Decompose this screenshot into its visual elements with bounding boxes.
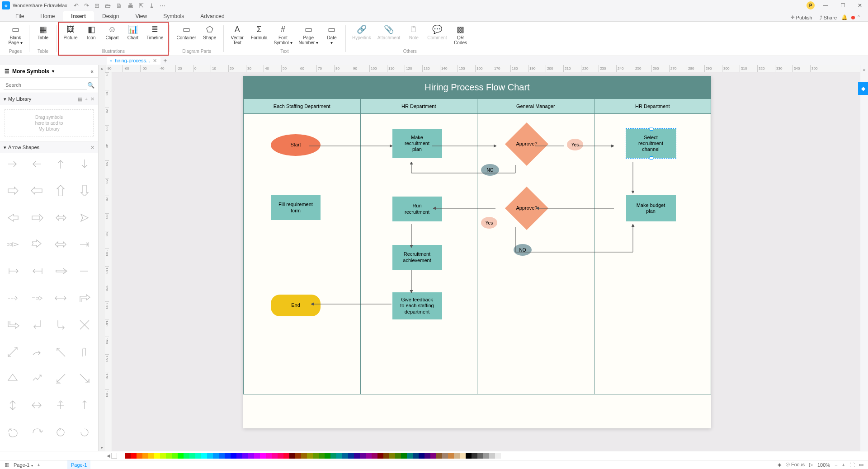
color-swatch[interactable] [442, 453, 448, 459]
arrow-shape-23[interactable] [73, 289, 96, 307]
arrow-shape-8[interactable] [2, 209, 25, 227]
menu-advanced[interactable]: Advanced [192, 11, 232, 21]
color-swatch[interactable] [172, 453, 178, 459]
arrow-shapes-header[interactable]: ▾ Arrow Shapes ✕ [0, 141, 98, 153]
search-input[interactable] [4, 80, 87, 90]
add-tab-button[interactable]: + [163, 57, 167, 64]
collapse-ribbon-icon[interactable]: ⌃ [857, 14, 861, 20]
ribbon-qr-button[interactable]: ▩QRCodes [451, 23, 471, 47]
node-end[interactable]: End [271, 295, 321, 316]
color-swatch[interactable] [301, 453, 307, 459]
ribbon-blank-button[interactable]: ▭BlankPage ▾ [5, 23, 25, 47]
close-tab-icon[interactable]: ✕ [153, 58, 157, 64]
color-swatch[interactable] [184, 453, 189, 459]
arrow-shape-7[interactable] [73, 182, 96, 200]
right-panel-collapsed[interactable]: » [860, 65, 868, 451]
undo-icon[interactable]: ↶ [74, 2, 79, 9]
arrow-shape-42[interactable] [50, 423, 73, 441]
arrow-shape-3[interactable] [73, 155, 96, 173]
arrow-shape-28[interactable] [2, 343, 25, 361]
pill-yes-1[interactable]: Yes [567, 139, 583, 150]
import-icon[interactable]: ⤓ [149, 2, 154, 9]
menu-home[interactable]: Home [32, 11, 63, 21]
color-swatch[interactable] [195, 453, 201, 459]
ribbon-page-button[interactable]: ▭PageNumber ▾ [296, 23, 321, 47]
arrow-shape-38[interactable] [50, 396, 73, 414]
color-swatch[interactable] [231, 453, 236, 459]
minimize-button[interactable]: — [819, 2, 832, 9]
arrow-shape-1[interactable] [26, 155, 49, 173]
color-swatch[interactable] [330, 453, 336, 459]
grid-view-icon[interactable]: ▦ [78, 96, 82, 102]
color-swatch[interactable] [154, 453, 160, 459]
arrow-shape-20[interactable] [2, 289, 25, 307]
menu-insert[interactable]: Insert [63, 11, 94, 21]
color-swatch[interactable] [201, 453, 207, 459]
node-select[interactable]: Select recruitment channel [626, 129, 676, 158]
ribbon-date-button[interactable]: ▭Date▾ [322, 23, 342, 47]
ribbon-picture-button[interactable]: 🖼Picture [61, 23, 80, 42]
color-swatch[interactable] [189, 453, 195, 459]
page[interactable]: Hiring Process Flow Chart Each Staffing … [243, 76, 711, 428]
ribbon-timeline-button[interactable]: ≣Timeline [144, 23, 166, 42]
menu-design[interactable]: Design [94, 11, 127, 21]
arrow-shape-37[interactable] [26, 396, 49, 414]
node-achievement[interactable]: Recruitment achievement [392, 245, 442, 270]
arrow-shape-41[interactable] [26, 423, 49, 441]
menu-view[interactable]: View [127, 11, 155, 21]
node-feedback[interactable]: Give feedback to each staffing departmen… [392, 292, 442, 319]
document-tab[interactable]: ▫ hiring-process... ✕ [107, 57, 160, 65]
menu-file[interactable]: File [7, 11, 32, 21]
arrow-shape-13[interactable] [26, 235, 49, 253]
color-swatch[interactable] [131, 453, 137, 459]
color-swatch[interactable] [307, 453, 313, 459]
color-swatch[interactable] [460, 453, 466, 459]
color-swatch[interactable] [325, 453, 330, 459]
color-swatch[interactable] [448, 453, 454, 459]
arrow-shape-16[interactable] [2, 262, 25, 280]
page-tab[interactable]: Page-1 [67, 460, 90, 469]
arrow-shape-19[interactable] [73, 262, 96, 280]
lane-header-2[interactable]: General Manager [477, 99, 594, 114]
arrow-shape-26[interactable] [50, 316, 73, 334]
color-swatch[interactable] [289, 453, 295, 459]
color-swatch[interactable] [383, 453, 389, 459]
right-float-button[interactable]: ◆ [858, 82, 868, 95]
user-avatar[interactable]: P [807, 1, 815, 9]
collapse-sidebar-icon[interactable]: « [90, 68, 94, 75]
arrow-shape-36[interactable] [2, 396, 25, 414]
ribbon-vector-button[interactable]: AVectorText [227, 23, 247, 47]
color-swatch[interactable] [389, 453, 395, 459]
color-swatch[interactable] [254, 453, 260, 459]
page-selector[interactable]: Page-1 ▾ [14, 462, 33, 468]
node-start[interactable]: Start [271, 134, 321, 156]
arrow-shape-22[interactable] [50, 289, 73, 307]
arrow-shape-10[interactable] [50, 209, 73, 227]
close-section-icon[interactable]: ✕ [90, 145, 94, 150]
color-swatch[interactable] [137, 453, 142, 459]
more-icon[interactable]: ⋯ [160, 2, 165, 9]
node-approve-1[interactable]: Approve? [505, 122, 548, 166]
arrow-shape-29[interactable] [26, 343, 49, 361]
color-swatch[interactable] [395, 453, 401, 459]
pill-no-2[interactable]: NO [514, 244, 532, 256]
color-swatch[interactable] [178, 453, 184, 459]
arrow-shape-21[interactable] [26, 289, 49, 307]
publish-button[interactable]: ✈Publish [788, 14, 815, 21]
arrow-shape-33[interactable] [26, 370, 49, 388]
color-swatch[interactable] [213, 453, 219, 459]
node-make-plan[interactable]: Make recruitment plan [392, 129, 442, 158]
vertical-scroll-stub[interactable]: ▴▾ [99, 65, 105, 451]
color-swatch[interactable] [436, 453, 442, 459]
arrow-shape-14[interactable] [50, 235, 73, 253]
arrow-shape-17[interactable] [26, 262, 49, 280]
zoom-out-button[interactable]: − [835, 462, 837, 468]
print-icon[interactable]: 🖶 [127, 2, 133, 9]
arrow-shape-31[interactable] [73, 343, 96, 361]
arrow-shape-39[interactable] [73, 396, 96, 414]
maximize-button[interactable]: ☐ [836, 2, 849, 9]
arrow-shape-34[interactable] [50, 370, 73, 388]
color-swatch[interactable] [430, 453, 436, 459]
arrow-shape-12[interactable] [2, 235, 25, 253]
canvas[interactable]: -90-60-50-40-200102030405060708090100110… [105, 65, 860, 451]
